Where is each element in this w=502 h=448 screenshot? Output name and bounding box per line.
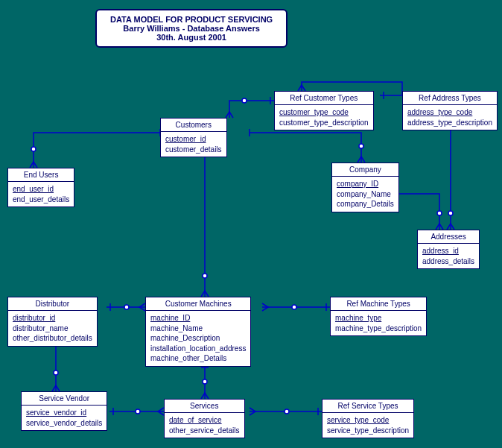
entity-header: Customer Machines bbox=[146, 297, 250, 311]
entity-attr: address_type_description bbox=[407, 118, 492, 128]
entity-customers: Customers customer_id customer_details bbox=[160, 118, 227, 157]
svg-point-15 bbox=[292, 305, 296, 309]
entity-pk: service_vendor_id bbox=[26, 408, 102, 418]
svg-point-23 bbox=[285, 409, 289, 414]
entity-end-users: End Users end_user_id end_user_details bbox=[7, 168, 74, 207]
svg-point-1 bbox=[242, 98, 247, 103]
entity-attr: customer_details bbox=[165, 145, 222, 155]
entity-ref-service-types: Ref Service Types service_type_code serv… bbox=[322, 399, 414, 438]
entity-header: Company bbox=[332, 163, 398, 177]
entity-attr: end_user_details bbox=[13, 195, 69, 205]
entity-pk: distributor_id bbox=[13, 313, 92, 324]
entity-pk: machine_ID bbox=[150, 313, 246, 324]
svg-point-21 bbox=[136, 409, 140, 414]
entity-header: Ref Address Types bbox=[403, 92, 497, 105]
entity-attr: machine_other_Details bbox=[150, 353, 246, 364]
svg-point-3 bbox=[203, 274, 207, 278]
diagram-title: DATA MODEL FOR PRODUCT SERVICING Barry W… bbox=[95, 9, 287, 48]
entity-pk: customer_id bbox=[165, 134, 222, 145]
entity-attr: service_vendor_details bbox=[26, 418, 102, 429]
title-line-3: 30th. August 2001 bbox=[110, 33, 273, 42]
entity-service-vendor: Service Vendor service_vendor_id service… bbox=[21, 391, 107, 431]
entity-pk: customer_type_code bbox=[279, 107, 369, 118]
entity-header: Service Vendor bbox=[22, 392, 107, 406]
entity-header: Customers bbox=[161, 119, 226, 132]
entity-pk: end_user_id bbox=[13, 184, 69, 195]
entity-ref-machine-types: Ref Machine Types machine_type machine_t… bbox=[330, 297, 427, 336]
entity-header: End Users bbox=[8, 168, 74, 182]
svg-point-5 bbox=[31, 147, 36, 151]
entity-pk: address_type_code bbox=[407, 107, 492, 118]
entity-header: Services bbox=[165, 400, 244, 413]
entity-pk: date_of_service bbox=[169, 415, 240, 426]
entity-services: Services date_of_service other_service_d… bbox=[164, 399, 245, 438]
svg-point-19 bbox=[54, 370, 58, 375]
entity-attr: distributor_name bbox=[13, 324, 92, 334]
entity-ref-address-types: Ref Address Types address_type_code addr… bbox=[402, 91, 498, 130]
entity-pk: company_ID bbox=[337, 179, 394, 189]
svg-point-17 bbox=[203, 379, 207, 384]
entity-attr: company_Name bbox=[337, 189, 394, 200]
entity-header: Ref Customer Types bbox=[275, 92, 373, 105]
entity-header: Addresses bbox=[418, 230, 479, 244]
entity-header: Distributor bbox=[8, 297, 97, 311]
entity-attr: machine_type_description bbox=[335, 324, 422, 334]
entity-attr: customer_type_description bbox=[279, 118, 369, 128]
entity-attr: other_service_details bbox=[169, 426, 240, 436]
entity-attr: company_Details bbox=[337, 199, 394, 209]
entity-attr: service_type_description bbox=[327, 426, 409, 436]
entity-attr: machine_Description bbox=[150, 333, 246, 344]
svg-point-9 bbox=[437, 211, 442, 215]
entity-pk: machine_type bbox=[335, 313, 422, 324]
entity-company: Company company_ID company_Name company_… bbox=[331, 163, 399, 212]
entity-header: Ref Service Types bbox=[323, 400, 413, 413]
entity-attr: address_details bbox=[422, 256, 474, 267]
svg-point-7 bbox=[359, 144, 363, 148]
entity-ref-customer-types: Ref Customer Types customer_type_code cu… bbox=[274, 91, 374, 130]
entity-addresses: Addresses address_id address_details bbox=[417, 230, 480, 269]
entity-header: Ref Machine Types bbox=[331, 297, 426, 311]
entity-attr: other_distributor_details bbox=[13, 333, 92, 344]
entity-pk: service_type_code bbox=[327, 415, 409, 426]
title-line-1: DATA MODEL FOR PRODUCT SERVICING bbox=[110, 15, 273, 24]
connector-lines bbox=[0, 0, 502, 448]
entity-attr: installation_location_address bbox=[150, 344, 246, 354]
entity-attr: machine_Name bbox=[150, 324, 246, 334]
title-line-2: Barry Williams - Database Answers bbox=[110, 24, 273, 33]
svg-point-13 bbox=[124, 305, 129, 309]
svg-point-11 bbox=[448, 211, 453, 215]
entity-pk: address_id bbox=[422, 246, 474, 256]
entity-distributor: Distributor distributor_id distributor_n… bbox=[7, 297, 98, 347]
entity-customer-machines: Customer Machines machine_ID machine_Nam… bbox=[145, 297, 251, 367]
